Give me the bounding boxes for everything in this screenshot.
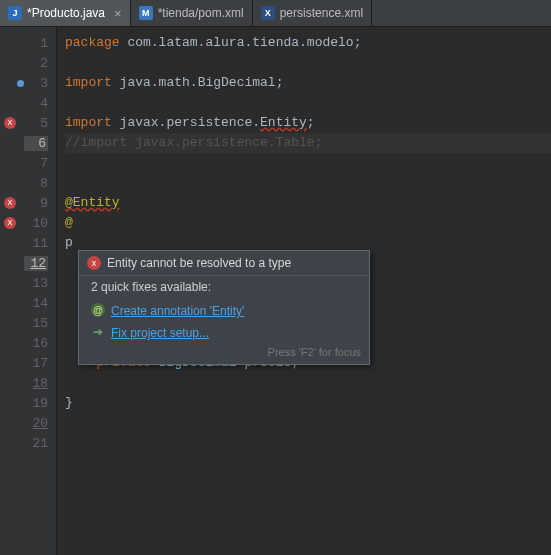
line-gutter: 1 2 3 4 x5 6 7 8 x9 x10 11 12 13 14 15 1… <box>0 27 57 555</box>
error-tooltip: x Entity cannot be resolved to a type 2 … <box>78 250 370 365</box>
tooltip-header: x Entity cannot be resolved to a type <box>79 251 369 276</box>
tooltip-footer-hint: Press 'F2' for focus <box>79 344 369 364</box>
code-editor[interactable]: 1 2 3 4 x5 6 7 8 x9 x10 11 12 13 14 15 1… <box>0 27 551 555</box>
tooltip-error-text: Entity cannot be resolved to a type <box>107 256 291 270</box>
quickfix-fix-project[interactable]: ➔ Fix project setup... <box>79 322 369 344</box>
error-icon: x <box>87 256 101 270</box>
tab-pom-xml[interactable]: M *tienda/pom.xml <box>131 0 253 26</box>
maven-file-icon: M <box>139 6 153 20</box>
java-file-icon: J <box>8 6 22 20</box>
error-icon[interactable]: x <box>4 217 16 229</box>
arrow-icon: ➔ <box>91 325 105 339</box>
quickfix-create-annotation[interactable]: @ Create annotation 'Entity' <box>79 300 369 322</box>
tab-producto-java[interactable]: J *Producto.java × <box>0 0 131 26</box>
tooltip-subtitle: 2 quick fixes available: <box>79 276 369 300</box>
tab-label: *tienda/pom.xml <box>158 6 244 20</box>
tab-label: persistence.xml <box>280 6 363 20</box>
error-icon[interactable]: x <box>4 117 16 129</box>
error-icon[interactable]: x <box>4 197 16 209</box>
xml-file-icon: X <box>261 6 275 20</box>
editor-tabbar: J *Producto.java × M *tienda/pom.xml X p… <box>0 0 551 27</box>
annotation-icon: @ <box>91 303 105 317</box>
close-icon[interactable]: × <box>110 6 122 21</box>
tab-label: *Producto.java <box>27 6 105 20</box>
tab-persistence-xml[interactable]: X persistence.xml <box>253 0 372 26</box>
breakpoint-icon[interactable] <box>17 80 24 87</box>
